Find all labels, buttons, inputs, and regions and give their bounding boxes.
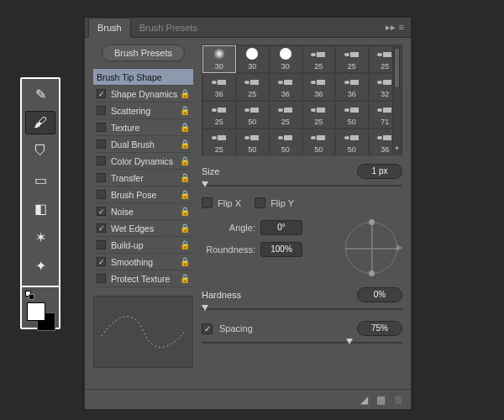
brush-thumb[interactable]: 50 bbox=[302, 129, 336, 155]
lock-icon[interactable]: 🔒 bbox=[180, 123, 190, 132]
flip-x-checkbox[interactable]: Flip X bbox=[202, 197, 241, 208]
option-checkbox[interactable] bbox=[97, 207, 106, 216]
new-preset-icon[interactable]: ▦ bbox=[376, 394, 386, 406]
lock-icon[interactable]: 🔒 bbox=[180, 240, 190, 249]
brush-thumb-size: 36 bbox=[281, 90, 290, 98]
tool-5[interactable]: ✶ bbox=[25, 225, 55, 249]
brush-thumb[interactable]: 36 bbox=[269, 73, 302, 101]
tool-6[interactable]: ✦ bbox=[25, 254, 55, 277]
svg-point-2 bbox=[280, 48, 291, 60]
option-checkbox[interactable] bbox=[97, 173, 106, 182]
brush-thumb-size: 25 bbox=[248, 90, 256, 98]
brush-option-smoothing[interactable]: Smoothing🔒 bbox=[93, 254, 193, 270]
hardness-field[interactable]: 0% bbox=[357, 287, 402, 302]
option-checkbox[interactable] bbox=[97, 123, 106, 132]
brush-thumb[interactable]: 25 bbox=[269, 101, 302, 129]
tool-0[interactable]: ✎ bbox=[25, 82, 55, 106]
brush-thumb[interactable]: 50 bbox=[236, 129, 270, 155]
option-checkbox[interactable] bbox=[97, 139, 106, 149]
option-checkbox[interactable] bbox=[97, 106, 106, 115]
tool-3[interactable]: ▭ bbox=[25, 168, 55, 192]
brush-option-dual-brush[interactable]: Dual Brush🔒 bbox=[93, 136, 193, 153]
angle-dial[interactable] bbox=[340, 217, 402, 279]
size-slider[interactable] bbox=[202, 184, 402, 187]
size-field[interactable]: 1 px bbox=[357, 164, 402, 179]
trash-icon[interactable]: 🗑 bbox=[394, 394, 404, 406]
spacing-slider[interactable] bbox=[202, 341, 402, 344]
brush-thumb[interactable]: 25 bbox=[335, 45, 369, 73]
lock-icon[interactable]: 🔒 bbox=[180, 274, 190, 283]
brush-thumb[interactable]: 36 bbox=[302, 73, 336, 101]
brush-thumbnail-grid: 3030302525253625363636322550252550712550… bbox=[202, 45, 402, 155]
panel-menu-icon[interactable]: ≡ bbox=[399, 22, 404, 33]
lock-icon[interactable]: 🔒 bbox=[180, 89, 190, 98]
brush-thumb[interactable]: 50 bbox=[236, 101, 270, 129]
brush-thumb[interactable]: 50 bbox=[269, 129, 302, 155]
spacing-checkbox[interactable] bbox=[202, 323, 213, 334]
hardness-slider[interactable] bbox=[202, 307, 402, 311]
flip-y-checkbox[interactable]: Flip Y bbox=[255, 197, 294, 208]
svg-rect-26 bbox=[284, 108, 292, 113]
brush-thumb-icon bbox=[243, 74, 261, 90]
svg-rect-18 bbox=[350, 80, 359, 85]
spacing-field[interactable]: 75% bbox=[357, 321, 402, 336]
tab-brush[interactable]: Brush bbox=[88, 18, 131, 38]
option-checkbox[interactable] bbox=[97, 223, 106, 233]
brush-thumb[interactable]: 30 bbox=[236, 45, 270, 73]
lock-icon[interactable]: 🔒 bbox=[180, 156, 190, 165]
brush-option-protect-texture[interactable]: Protect Texture🔒 bbox=[93, 270, 193, 287]
option-checkbox[interactable] bbox=[97, 190, 106, 199]
brush-thumb[interactable]: 50 bbox=[335, 101, 369, 129]
tab-brush-presets[interactable]: Brush Presets bbox=[131, 18, 206, 37]
option-checkbox[interactable] bbox=[97, 257, 106, 266]
brush-option-noise[interactable]: Noise🔒 bbox=[93, 203, 193, 220]
brush-thumb[interactable]: 36 bbox=[202, 73, 236, 101]
brush-option-texture[interactable]: Texture🔒 bbox=[93, 119, 193, 136]
brush-option-shape-dynamics[interactable]: Shape Dynamics🔒 bbox=[93, 86, 193, 102]
toggle-preview-icon[interactable]: ◢ bbox=[360, 394, 368, 406]
brush-thumb[interactable]: 36 bbox=[335, 73, 369, 101]
tool-2[interactable]: ⛉ bbox=[25, 139, 55, 163]
lock-icon[interactable]: 🔒 bbox=[180, 223, 190, 233]
brush-option-brush-tip-shape[interactable]: Brush Tip Shape bbox=[93, 69, 193, 86]
lock-icon[interactable]: 🔒 bbox=[180, 173, 190, 182]
flip-x-label: Flip X bbox=[218, 198, 241, 208]
lock-icon[interactable]: 🔒 bbox=[180, 139, 190, 149]
brush-thumb[interactable]: 30 bbox=[269, 45, 302, 73]
brush-thumb-size: 30 bbox=[215, 62, 223, 71]
collapse-icon[interactable]: ▸▸ bbox=[386, 22, 396, 33]
brush-option-brush-pose[interactable]: Brush Pose🔒 bbox=[93, 186, 193, 203]
option-checkbox[interactable] bbox=[97, 156, 106, 165]
option-checkbox[interactable] bbox=[97, 274, 106, 283]
option-checkbox[interactable] bbox=[97, 240, 106, 249]
brush-thumb[interactable]: 25 bbox=[302, 101, 336, 129]
brush-option-build-up[interactable]: Build-up🔒 bbox=[93, 237, 193, 254]
lock-icon[interactable]: 🔒 bbox=[180, 106, 190, 115]
brush-option-scattering[interactable]: Scattering🔒 bbox=[93, 102, 193, 119]
option-checkbox[interactable] bbox=[97, 89, 106, 98]
svg-rect-42 bbox=[350, 135, 359, 140]
brush-thumb[interactable]: 25 bbox=[236, 73, 270, 101]
svg-rect-36 bbox=[250, 135, 259, 140]
tool-1[interactable]: 🖌 bbox=[25, 111, 55, 134]
brush-thumb[interactable]: 25 bbox=[302, 45, 336, 73]
brush-thumb-size: 25 bbox=[281, 118, 290, 126]
brush-presets-button[interactable]: Brush Presets bbox=[102, 45, 185, 61]
brush-thumb[interactable]: 50 bbox=[335, 129, 369, 155]
brush-option-color-dynamics[interactable]: Color Dynamics🔒 bbox=[93, 153, 193, 170]
lock-icon[interactable]: 🔒 bbox=[180, 190, 190, 199]
brush-thumb[interactable]: 30 bbox=[202, 45, 236, 73]
lock-icon[interactable]: 🔒 bbox=[180, 207, 190, 216]
tool-4[interactable]: ◧ bbox=[25, 197, 55, 220]
thumbnail-scrollbar[interactable]: ▲ ▼ bbox=[392, 46, 401, 154]
roundness-field[interactable]: 100% bbox=[260, 242, 302, 257]
color-swatches[interactable] bbox=[20, 286, 60, 329]
brush-option-wet-edges[interactable]: Wet Edges🔒 bbox=[93, 220, 193, 237]
brush-thumb[interactable]: 25 bbox=[202, 101, 236, 129]
brush-thumb[interactable]: 25 bbox=[202, 129, 236, 155]
scroll-handle[interactable] bbox=[394, 48, 400, 88]
brush-option-transfer[interactable]: Transfer🔒 bbox=[93, 170, 193, 186]
angle-field[interactable]: 0° bbox=[260, 220, 302, 235]
scroll-down-icon[interactable]: ▼ bbox=[393, 145, 401, 154]
lock-icon[interactable]: 🔒 bbox=[180, 257, 190, 266]
